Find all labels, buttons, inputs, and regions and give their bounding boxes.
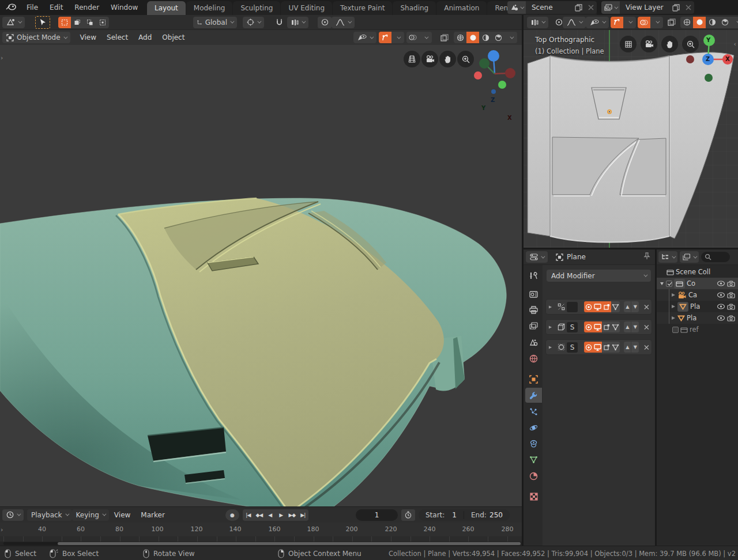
hide-eye-toggle[interactable]: [717, 304, 725, 309]
properties-editor-type-button[interactable]: [526, 251, 548, 263]
modifier-move-up-button[interactable]: ▲: [624, 342, 631, 353]
timeline-menu-view[interactable]: View: [109, 511, 135, 519]
vp2-shading-wireframe-button[interactable]: [680, 17, 693, 28]
snap-magnet-toggle[interactable]: [272, 17, 286, 28]
modifier-oncage-toggle[interactable]: [611, 301, 620, 312]
disable-render-toggle[interactable]: [727, 281, 735, 287]
modifier-realtime-toggle[interactable]: [593, 342, 603, 353]
modifier-move-down-button[interactable]: ▼: [631, 342, 639, 353]
vp2-falloff-dropdown[interactable]: [563, 17, 586, 28]
show-gizmo-toggle[interactable]: [379, 32, 391, 43]
modifier-realtime-toggle[interactable]: [593, 301, 603, 312]
expand-arrow-icon[interactable]: [671, 304, 676, 309]
blender-logo-icon[interactable]: [0, 3, 21, 13]
timeline-menu-marker[interactable]: Marker: [135, 511, 170, 519]
pan-view-button[interactable]: [439, 51, 456, 67]
modifier-move-up-button[interactable]: ▲: [624, 321, 631, 332]
zoom-region-button[interactable]: [404, 51, 420, 67]
vp2-shading-rendered-button[interactable]: [718, 17, 731, 28]
timeline-track[interactable]: [0, 536, 522, 542]
jump-to-start-button[interactable]: |◀: [243, 509, 254, 521]
mode-dropdown[interactable]: Object Mode: [2, 32, 70, 43]
vp2-shading-solid-button[interactable]: [693, 17, 706, 28]
outliner-row-collection[interactable]: Co: [657, 278, 738, 289]
modifier-render-toggle[interactable]: [584, 342, 593, 353]
modifier-move-down-button[interactable]: ▼: [631, 301, 639, 312]
outliner-row-ref-collection[interactable]: ref: [657, 324, 738, 335]
add-modifier-dropdown[interactable]: Add Modifier: [547, 270, 651, 282]
vp2-gizmo-x-label[interactable]: X: [725, 56, 730, 62]
vp2-proportional-editing-toggle[interactable]: [555, 17, 563, 28]
3d-viewport-top[interactable]: Top Orthographic (1) Collection | Plane …: [524, 30, 738, 248]
viewport-menu-select[interactable]: Select: [101, 33, 133, 41]
gizmo-z-label[interactable]: Z: [491, 97, 495, 103]
modifier-panel-subsurf[interactable]: S: [545, 339, 652, 355]
toolbar-expander[interactable]: ›: [1, 54, 3, 62]
timeline-expander[interactable]: ›: [1, 526, 3, 533]
modifier-editmode-toggle[interactable]: [602, 321, 611, 332]
start-frame-field[interactable]: Start: 1: [419, 511, 464, 519]
modifier-delete-button[interactable]: [644, 324, 649, 330]
breadcrumb-object-name[interactable]: Plane: [567, 253, 586, 261]
shading-solid-button[interactable]: [466, 32, 479, 43]
tab-modeling[interactable]: Modeling: [186, 1, 233, 15]
tab-tool-properties[interactable]: [525, 268, 542, 283]
play-reverse-button[interactable]: ◀: [265, 509, 276, 521]
proportional-falloff-dropdown[interactable]: [332, 17, 355, 28]
scene-name[interactable]: Scene: [526, 3, 572, 12]
outliner-search-input[interactable]: [701, 252, 730, 262]
tab-uv-editing[interactable]: UV Editing: [281, 1, 332, 15]
expand-arrow-icon[interactable]: [548, 325, 552, 330]
modifier-editmode-toggle[interactable]: [602, 301, 611, 312]
tab-texture-properties[interactable]: [525, 489, 542, 504]
tab-texture-paint[interactable]: Texture Paint: [333, 1, 392, 15]
vp2-camera-view-button[interactable]: [641, 36, 657, 52]
pin-id-button[interactable]: [643, 252, 650, 262]
zoom-view-button[interactable]: [457, 51, 474, 67]
tab-material-properties[interactable]: [525, 468, 542, 483]
vp2-show-overlays-toggle[interactable]: [638, 17, 650, 28]
shading-rendered-button[interactable]: [492, 32, 504, 43]
vp2-shading-material-button[interactable]: [706, 17, 718, 28]
vp2-gizmo-y-label[interactable]: Y: [706, 37, 710, 43]
end-frame-field[interactable]: End: 250: [464, 511, 510, 519]
playback-menu[interactable]: Playback: [27, 509, 72, 521]
tab-constraint-properties[interactable]: [525, 436, 542, 451]
view-layer-name[interactable]: View Layer: [620, 3, 669, 12]
select-mode-set-button[interactable]: [58, 17, 71, 28]
view-layer-copy-button[interactable]: [669, 4, 683, 12]
shading-wireframe-button[interactable]: [454, 32, 466, 43]
modifier-name-field[interactable]: S: [567, 342, 578, 353]
overlays-dropdown[interactable]: [419, 32, 432, 43]
tab-layout[interactable]: Layout: [147, 1, 186, 15]
hide-eye-toggle[interactable]: [717, 315, 725, 321]
tab-render-properties[interactable]: [525, 286, 542, 301]
vp2-shading-dropdown[interactable]: [731, 17, 738, 28]
prev-keyframe-button[interactable]: ◆◀: [254, 509, 265, 521]
camera-view-button[interactable]: [421, 51, 438, 67]
menu-window[interactable]: Window: [105, 0, 144, 15]
scene-unlink-button[interactable]: [585, 5, 597, 10]
tab-output-properties[interactable]: [525, 302, 542, 317]
viewport-menu-object[interactable]: Object: [157, 33, 190, 41]
outliner-display-mode-dropdown[interactable]: [658, 251, 677, 263]
tab-scene-properties[interactable]: [525, 335, 542, 350]
menu-render[interactable]: Render: [69, 0, 105, 15]
tab-object-data-properties[interactable]: [525, 452, 542, 467]
disable-render-toggle[interactable]: [727, 315, 735, 321]
timeline-ruler[interactable]: 40 60 80 100 120 140 160 180 200 220 240…: [0, 523, 522, 536]
scrollbar-handle[interactable]: [58, 542, 521, 545]
outliner-row-scene-collection[interactable]: Scene Coll: [657, 266, 738, 278]
editor-type-button[interactable]: [2, 17, 25, 28]
menu-edit[interactable]: Edit: [44, 0, 69, 15]
play-button[interactable]: ▶: [276, 509, 287, 521]
modifier-name-field[interactable]: S: [567, 322, 578, 332]
select-mode-subtract-button[interactable]: [84, 17, 96, 28]
disable-render-toggle[interactable]: [727, 304, 735, 310]
tab-view-layer-properties[interactable]: [525, 319, 542, 334]
vp2-gizmo-z-label[interactable]: Z: [706, 56, 710, 62]
modifier-delete-button[interactable]: [644, 304, 649, 310]
current-frame-field[interactable]: 1: [356, 509, 398, 521]
view-layer-datablock-button[interactable]: [601, 1, 620, 14]
shading-dropdown[interactable]: [504, 32, 517, 43]
